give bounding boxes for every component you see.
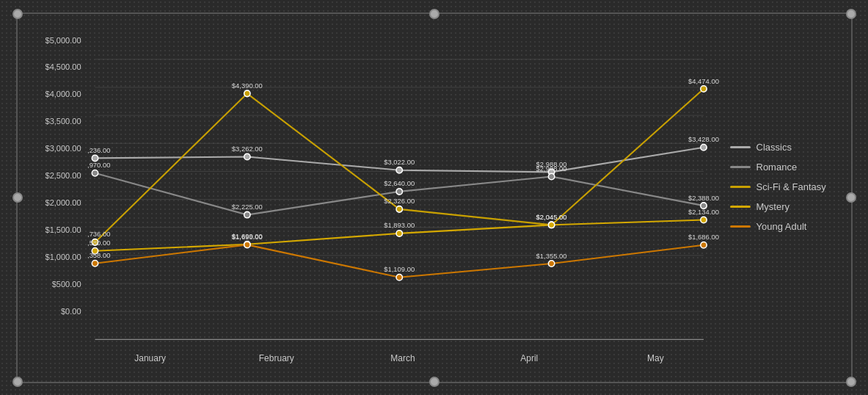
corner-tm (429, 9, 440, 19)
svg-text:$1,358.00: $1,358.00 (87, 251, 111, 259)
svg-point-22 (92, 170, 98, 175)
svg-text:$1,893.00: $1,893.00 (384, 221, 415, 229)
svg-point-34 (244, 90, 249, 96)
svg-point-26 (396, 188, 402, 194)
legend-item: Classics (730, 142, 836, 153)
y-axis-label: $2,500.00 (32, 171, 87, 180)
svg-text:$1,580.00: $1,580.00 (87, 239, 111, 247)
y-axis: $0.00$500.00$1,000.00$1,500.00$2,000.00$… (32, 36, 87, 338)
svg-text:$3,022.00: $3,022.00 (384, 158, 415, 166)
legend-line (730, 225, 751, 228)
svg-text:$1,109.00: $1,109.00 (384, 265, 415, 273)
y-axis-label: $4,000.00 (32, 90, 87, 98)
svg-text:$2,970.00: $2,970.00 (87, 161, 111, 169)
legend-label: Sci-Fi & Fantasy (756, 181, 826, 192)
svg-text:$1,736.00: $1,736.00 (87, 230, 111, 238)
chart-svg: $3,236.00$3,262.00$3,022.00$2,988.00$3,4… (87, 36, 719, 347)
legend-item: Mystery (730, 201, 836, 212)
svg-text:$2,326.00: $2,326.00 (384, 197, 415, 205)
svg-point-54 (244, 242, 249, 247)
y-axis-label: $1,500.00 (32, 225, 87, 234)
svg-point-24 (244, 211, 249, 217)
svg-text:$3,428.00: $3,428.00 (688, 135, 718, 143)
svg-point-28 (548, 173, 554, 179)
x-axis-label: February (214, 353, 340, 363)
x-axis-label: January (87, 353, 214, 363)
svg-point-48 (548, 222, 554, 228)
corner-tr (846, 9, 856, 19)
corner-br (846, 377, 856, 387)
svg-text:$3,262.00: $3,262.00 (231, 144, 262, 152)
legend-label: Mystery (756, 201, 790, 212)
chart-body: $0.00$500.00$1,000.00$1,500.00$2,000.00$… (32, 36, 836, 338)
svg-text:$4,390.00: $4,390.00 (231, 81, 262, 89)
svg-text:$2,045.00: $2,045.00 (536, 212, 566, 220)
legend-item: Young Adult (730, 221, 836, 232)
svg-point-20 (700, 144, 706, 150)
legend-label: Classics (756, 142, 792, 153)
corner-bl (12, 377, 23, 387)
svg-text:$1,686.00: $1,686.00 (688, 233, 718, 241)
corner-bm (429, 377, 440, 387)
svg-text:$3,236.00: $3,236.00 (87, 145, 111, 153)
plot-area: $3,236.00$3,262.00$3,022.00$2,988.00$3,4… (87, 36, 719, 347)
chart-container: $0.00$500.00$1,000.00$1,500.00$2,000.00$… (16, 12, 853, 383)
legend-line (730, 146, 751, 148)
y-axis-label: $1,000.00 (32, 253, 87, 261)
y-axis-label: $5,000.00 (32, 36, 87, 45)
svg-point-56 (396, 274, 402, 280)
legend-label: Young Adult (756, 221, 807, 232)
svg-point-50 (700, 217, 706, 222)
svg-point-36 (396, 206, 402, 211)
y-axis-label: $4,500.00 (32, 62, 87, 71)
x-axis: JanuaryFebruaryMarchAprilMay (87, 347, 719, 363)
x-axis-label: April (466, 353, 592, 363)
svg-text:$1,690.00: $1,690.00 (231, 232, 262, 240)
corner-tl (12, 9, 23, 19)
svg-text:$2,640.00: $2,640.00 (384, 179, 415, 187)
svg-point-58 (548, 260, 554, 266)
svg-point-16 (396, 167, 402, 173)
y-axis-label: $3,500.00 (32, 117, 87, 126)
svg-text:$1,355.00: $1,355.00 (536, 251, 566, 259)
svg-point-14 (244, 153, 249, 159)
svg-point-52 (92, 260, 98, 266)
x-axis-label: May (592, 353, 718, 363)
corner-mr (846, 192, 856, 203)
y-axis-label: $3,000.00 (32, 144, 87, 153)
svg-text:$2,908.00: $2,908.00 (536, 164, 566, 172)
svg-text:$2,134.00: $2,134.00 (688, 208, 718, 216)
svg-text:$2,388.00: $2,388.00 (688, 193, 718, 201)
y-axis-label: $500.00 (32, 280, 87, 289)
legend-label: Romance (756, 162, 798, 173)
legend-line (730, 206, 751, 208)
y-axis-label: $2,000.00 (32, 198, 87, 207)
legend-item: Romance (730, 162, 836, 173)
legend-line (730, 166, 751, 168)
svg-point-40 (700, 85, 706, 91)
x-axis-label: March (340, 353, 466, 363)
legend-item: Sci-Fi & Fantasy (730, 181, 836, 192)
legend-line (730, 186, 751, 188)
legend: ClassicsRomanceSci-Fi & FantasyMysteryYo… (719, 36, 836, 338)
svg-point-60 (700, 242, 706, 247)
corner-ml (12, 192, 23, 203)
chart-area: $3,236.00$3,262.00$3,022.00$2,988.00$3,4… (87, 36, 719, 338)
svg-point-46 (396, 230, 402, 236)
svg-text:$4,474.00: $4,474.00 (688, 76, 718, 84)
svg-text:$2,225.00: $2,225.00 (231, 203, 262, 211)
y-axis-label: $0.00 (32, 307, 87, 316)
